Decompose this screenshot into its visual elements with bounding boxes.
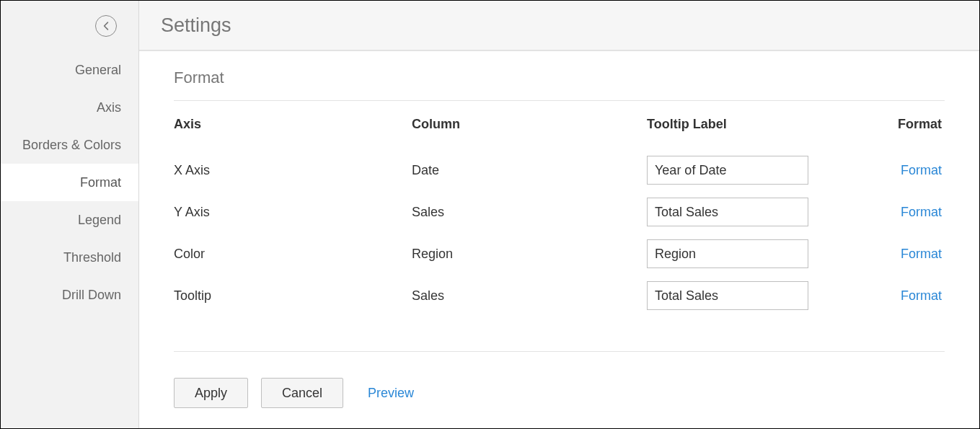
tooltip-label-input[interactable] (647, 156, 808, 185)
cell-column: Date (412, 163, 647, 178)
header: Settings (139, 1, 979, 51)
table-row: Color Region Format (174, 233, 945, 275)
cell-format: Format (882, 205, 945, 220)
cell-axis: Y Axis (174, 205, 412, 220)
cell-tooltip (647, 239, 882, 268)
format-link[interactable]: Format (901, 205, 942, 219)
cell-column: Region (412, 247, 647, 262)
sidebar-item-general[interactable]: General (1, 51, 138, 89)
cancel-button[interactable]: Cancel (261, 378, 343, 408)
cell-tooltip (647, 156, 882, 185)
col-header-axis: Axis (174, 117, 412, 132)
sidebar-item-axis[interactable]: Axis (1, 89, 138, 126)
cell-axis: Tooltip (174, 288, 412, 304)
cell-tooltip (647, 198, 882, 226)
back-row (1, 1, 138, 51)
sidebar-item-threshold[interactable]: Threshold (1, 239, 138, 276)
back-button[interactable] (95, 15, 117, 37)
cell-axis: X Axis (174, 163, 412, 178)
apply-button[interactable]: Apply (174, 378, 248, 408)
content: Format Axis Column Tooltip Label Format … (139, 51, 979, 428)
divider (174, 351, 945, 352)
cell-axis: Color (174, 247, 412, 262)
cell-format: Format (882, 288, 945, 304)
preview-link[interactable]: Preview (368, 386, 414, 401)
format-table: Axis Column Tooltip Label Format X Axis … (174, 117, 945, 317)
table-row: Tooltip Sales Format (174, 275, 945, 317)
sidebar: General Axis Borders & Colors Format Leg… (1, 1, 139, 428)
table-row: X Axis Date Format (174, 149, 945, 191)
format-link[interactable]: Format (901, 163, 942, 177)
sidebar-item-borders-colors[interactable]: Borders & Colors (1, 126, 138, 164)
cell-column: Sales (412, 205, 647, 220)
table-row: Y Axis Sales Format (174, 191, 945, 233)
sidebar-item-format[interactable]: Format (1, 164, 138, 201)
cell-column: Sales (412, 288, 647, 304)
tooltip-label-input[interactable] (647, 281, 808, 310)
main: Settings Format Axis Column Tooltip Labe… (139, 1, 979, 428)
cell-format: Format (882, 247, 945, 262)
table-header: Axis Column Tooltip Label Format (174, 117, 945, 132)
tooltip-label-input[interactable] (647, 198, 808, 226)
format-link[interactable]: Format (901, 288, 942, 303)
page-title: Settings (161, 14, 231, 37)
section-title: Format (174, 68, 945, 101)
tooltip-label-input[interactable] (647, 239, 808, 268)
sidebar-item-legend[interactable]: Legend (1, 201, 138, 239)
cell-format: Format (882, 163, 945, 178)
col-header-column: Column (412, 117, 647, 132)
format-link[interactable]: Format (901, 247, 942, 261)
footer: Apply Cancel Preview (174, 378, 945, 425)
col-header-tooltip-label: Tooltip Label (647, 117, 882, 132)
chevron-left-icon (102, 22, 110, 30)
sidebar-item-drill-down[interactable]: Drill Down (1, 276, 138, 314)
col-header-format: Format (882, 117, 945, 132)
cell-tooltip (647, 281, 882, 310)
